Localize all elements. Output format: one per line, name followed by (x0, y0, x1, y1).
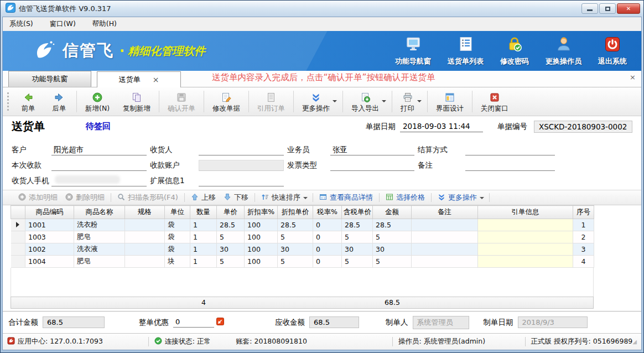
grid-cell[interactable]: 1 (190, 219, 217, 231)
resize-grip[interactable]: ◢ (632, 339, 637, 345)
move-up-button[interactable]: 上移 (187, 193, 220, 203)
grid-cell[interactable] (412, 231, 478, 243)
grid-cell[interactable] (125, 231, 165, 243)
copy-new-button[interactable]: 复制新增 (116, 87, 157, 116)
grid-cell[interactable]: 2 (573, 231, 594, 243)
grid-cell[interactable]: 袋 (165, 219, 190, 231)
strip-close-icon[interactable]: × (630, 73, 636, 81)
grid-cell[interactable]: 100 (245, 231, 278, 243)
grid-cell[interactable]: 洗衣粉 (74, 219, 125, 231)
grid-cell[interactable]: 1003 (25, 231, 74, 243)
salesman-field[interactable]: 张亚 (330, 144, 414, 155)
add-detail-button[interactable]: 添加明细 (14, 193, 61, 203)
close-window-button[interactable]: 关闭窗口 (474, 87, 515, 116)
minimize-button[interactable] (581, 3, 598, 14)
receiver-field[interactable] (199, 144, 284, 155)
grid-column-header[interactable]: 引单信息 (478, 206, 573, 219)
grid-column-header[interactable]: 数量 (190, 206, 217, 219)
grid-cell[interactable]: 28.5 (278, 219, 313, 231)
ref-order-button[interactable]: 引用订单 (251, 87, 292, 116)
nav-window-button[interactable]: 功能导航窗 (395, 36, 431, 66)
quick-sort-button[interactable]: 快速排序 (257, 193, 310, 203)
import-export-button[interactable]: 导入导出 (345, 87, 390, 116)
edit-discount-icon[interactable] (216, 318, 224, 327)
grid-cell[interactable]: 5 (278, 256, 313, 268)
grid-cell[interactable]: 30 (342, 243, 373, 256)
grid-column-header[interactable]: 序号 (573, 206, 594, 219)
grid-cell[interactable] (125, 219, 165, 231)
next-doc-button[interactable]: 后单 (44, 87, 75, 116)
ui-design-button[interactable]: 界面设计 (429, 87, 470, 116)
grid-cell[interactable]: 1 (190, 256, 217, 268)
order-list-button[interactable]: 送货单列表 (448, 36, 484, 66)
print-button[interactable]: 打印 (394, 87, 425, 116)
grid-cell[interactable] (478, 243, 573, 256)
grid-cell[interactable]: 5 (373, 231, 412, 243)
grid-cell[interactable]: 袋 (165, 231, 190, 243)
more-actions-button[interactable]: 更多操作 (295, 87, 341, 116)
grid-cell[interactable]: 1 (573, 219, 594, 231)
grid-cell[interactable] (478, 256, 573, 268)
select-price-button[interactable]: 选择价格 (382, 193, 429, 203)
exit-system-button[interactable]: 退出系统 (598, 36, 627, 66)
grid-cell[interactable]: 30 (373, 243, 412, 256)
grid-cell[interactable]: 块 (165, 256, 190, 268)
grid-cell[interactable] (412, 219, 478, 231)
grid-cell[interactable]: 1001 (25, 219, 74, 231)
grid-cell[interactable]: 1 (190, 243, 217, 256)
add-new-button[interactable]: 新增(N) (79, 87, 116, 116)
grid-cell[interactable]: 肥皂 (74, 256, 125, 268)
phone-field[interactable] (51, 175, 147, 186)
grid-cell[interactable]: 5 (217, 231, 245, 243)
invoice-field[interactable] (330, 160, 414, 171)
doc-date-field[interactable]: 2018-09-03 11:44 (400, 121, 483, 132)
grid-cell[interactable]: 28.5 (217, 219, 245, 231)
grid-cell[interactable]: 100 (245, 256, 278, 268)
menu-system[interactable]: 系统(S) (9, 19, 33, 29)
tab-close-icon[interactable]: × (153, 75, 159, 84)
remark-field[interactable] (465, 160, 555, 171)
tab-delivery-order[interactable]: 送货单 × (97, 71, 181, 87)
grid-column-header[interactable]: 备注 (412, 206, 478, 219)
grid-cell[interactable]: 28.5 (373, 219, 412, 231)
grid-column-header[interactable]: 金额 (373, 206, 412, 219)
ext1-field[interactable] (199, 175, 284, 186)
grid-cell[interactable]: 4 (573, 256, 594, 268)
grid-cell[interactable]: 30 (217, 243, 245, 256)
discount-field[interactable]: 0 (173, 317, 214, 328)
grid-cell[interactable]: 0 (313, 256, 342, 268)
grid-cell[interactable] (125, 243, 165, 256)
more-detail-actions-button[interactable]: 更多操作 (434, 193, 487, 203)
grid-cell[interactable] (412, 243, 478, 256)
scan-barcode-button[interactable]: 扫描条形码(F4) (113, 193, 182, 203)
settle-field[interactable] (465, 144, 555, 155)
grid-cell[interactable]: 洗衣液 (74, 243, 125, 256)
grid-cell[interactable]: 30 (278, 243, 313, 256)
grid-cell[interactable]: 0 (313, 243, 342, 256)
grid-cell[interactable]: 100 (245, 219, 278, 231)
grid-cell[interactable]: 5 (373, 256, 412, 268)
modify-doc-button[interactable]: 修改单据 (206, 87, 247, 116)
grid-column-header[interactable]: 税率% (313, 206, 342, 219)
maximize-button[interactable] (599, 3, 616, 14)
grid-cell[interactable]: 0 (313, 219, 342, 231)
grid-cell[interactable]: 100 (245, 243, 278, 256)
prev-doc-button[interactable]: 前单 (13, 87, 44, 116)
grid-cell[interactable]: 5 (278, 231, 313, 243)
grid-cell[interactable]: 肥皂 (74, 231, 125, 243)
tab-nav-window[interactable]: 功能导航窗 (8, 71, 91, 87)
grid-column-header[interactable]: 商品编码 (25, 206, 74, 219)
close-button[interactable]: ✕ (617, 3, 640, 14)
grid-column-header[interactable]: 规格 (125, 206, 165, 219)
grid-cell[interactable]: 5 (342, 256, 373, 268)
grid-cell[interactable]: 1004 (25, 256, 74, 268)
view-product-button[interactable]: 查看商品详情 (315, 193, 377, 203)
grid-column-header[interactable]: 单价 (217, 206, 245, 219)
grid-cell[interactable]: 0 (313, 231, 342, 243)
customer-field[interactable]: 阳光超市 (51, 144, 147, 155)
grid-cell[interactable] (478, 219, 573, 231)
grid-cell[interactable]: 28.5 (342, 219, 373, 231)
grid-cell[interactable]: 3 (573, 243, 594, 256)
grid-cell[interactable]: 5 (342, 231, 373, 243)
grid-column-header[interactable]: 折扣率% (245, 206, 278, 219)
